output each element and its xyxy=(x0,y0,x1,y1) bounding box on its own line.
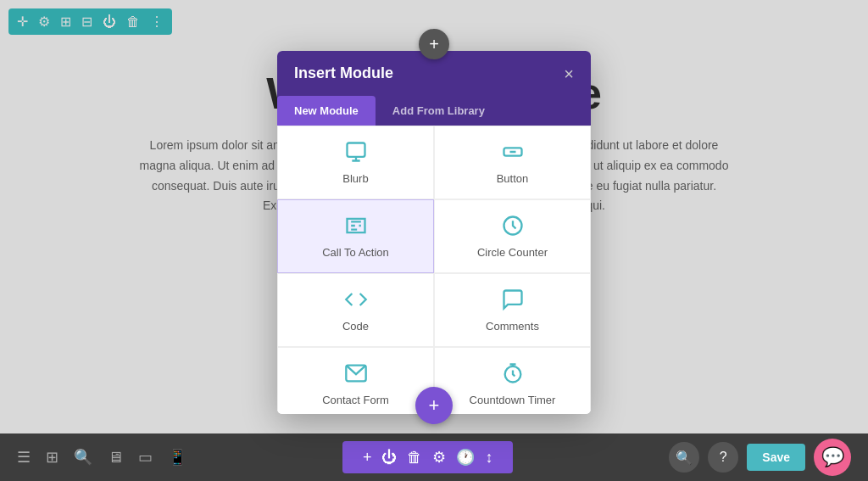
search-right-button[interactable]: 🔍 xyxy=(669,442,699,473)
plus-bottom-icon: + xyxy=(429,394,440,417)
contact-form-label: Contact Form xyxy=(322,394,389,406)
power-bottom-icon[interactable]: ⏻ xyxy=(381,449,397,467)
module-contact-form[interactable]: Contact Form xyxy=(277,347,434,414)
trash-bottom-icon[interactable]: 🗑 xyxy=(407,449,422,467)
bottom-toolbar: ☰ ⊞ 🔍 🖥 ▭ 📱 + ⏻ 🗑 ⚙ 🕐 ↕ 🔍 ? Save 💬 xyxy=(0,433,868,481)
add-module-top-button[interactable]: + xyxy=(419,29,449,59)
module-code[interactable]: Code xyxy=(277,273,434,347)
code-label: Code xyxy=(342,320,369,333)
blurb-icon xyxy=(344,140,368,167)
comments-icon xyxy=(501,288,525,315)
history-icon[interactable]: 🕐 xyxy=(456,448,475,467)
search-bottom-icon[interactable]: 🔍 xyxy=(74,448,92,467)
module-grid: Blurb Button Call To Action Circle Count… xyxy=(277,126,591,414)
search-right-icon: 🔍 xyxy=(676,450,693,466)
adjust-icon[interactable]: ↕ xyxy=(485,449,492,467)
add-icon[interactable]: + xyxy=(363,449,372,467)
bottom-left-tools: ☰ ⊞ 🔍 🖥 ▭ 📱 xyxy=(17,448,186,467)
svg-rect-0 xyxy=(347,143,364,157)
mobile-icon[interactable]: 📱 xyxy=(168,448,186,467)
cta-label: Call To Action xyxy=(322,246,389,259)
comments-label: Comments xyxy=(486,320,539,333)
module-countdown-timer[interactable]: Countdown Timer xyxy=(434,347,591,414)
chat-button[interactable]: 💬 xyxy=(814,439,851,476)
modal-close-button[interactable]: × xyxy=(564,65,574,82)
bottom-right-tools: 🔍 ? Save 💬 xyxy=(669,439,851,476)
button-label: Button xyxy=(497,172,529,185)
plus-top-icon: + xyxy=(429,36,439,53)
chat-icon: 💬 xyxy=(821,446,844,468)
code-icon xyxy=(344,288,368,315)
desktop-icon[interactable]: 🖥 xyxy=(108,449,123,467)
countdown-label: Countdown Timer xyxy=(470,394,556,406)
contact-form-icon xyxy=(344,361,368,389)
module-call-to-action[interactable]: Call To Action xyxy=(277,199,434,273)
blurb-label: Blurb xyxy=(342,172,368,185)
insert-module-modal: Insert Module × New Module Add From Libr… xyxy=(277,51,591,414)
center-actions-bar: + ⏻ 🗑 ⚙ 🕐 ↕ xyxy=(342,441,514,473)
countdown-icon xyxy=(501,361,525,389)
help-icon: ? xyxy=(720,450,727,465)
module-circle-counter[interactable]: Circle Counter xyxy=(434,199,591,273)
cta-icon xyxy=(344,214,368,241)
save-button[interactable]: Save xyxy=(747,444,805,471)
button-icon xyxy=(501,140,525,167)
tab-add-from-library[interactable]: Add From Library xyxy=(376,96,502,126)
menu-icon[interactable]: ☰ xyxy=(17,448,31,467)
circle-counter-label: Circle Counter xyxy=(477,246,548,259)
circle-counter-icon xyxy=(501,214,525,241)
tab-new-module[interactable]: New Module xyxy=(277,96,376,126)
module-blurb[interactable]: Blurb xyxy=(277,126,434,199)
add-row-button[interactable]: + xyxy=(415,387,453,424)
tablet-icon[interactable]: ▭ xyxy=(138,448,153,467)
modal-title: Insert Module xyxy=(294,64,393,82)
modal-tabs: New Module Add From Library xyxy=(277,96,591,126)
module-button[interactable]: Button xyxy=(434,126,591,199)
module-comments[interactable]: Comments xyxy=(434,273,591,347)
settings-bottom-icon[interactable]: ⚙ xyxy=(432,448,446,467)
bottom-center-tools: + ⏻ 🗑 ⚙ 🕐 ↕ xyxy=(342,441,514,473)
layout-icon[interactable]: ⊞ xyxy=(46,448,58,467)
help-button[interactable]: ? xyxy=(708,442,738,473)
